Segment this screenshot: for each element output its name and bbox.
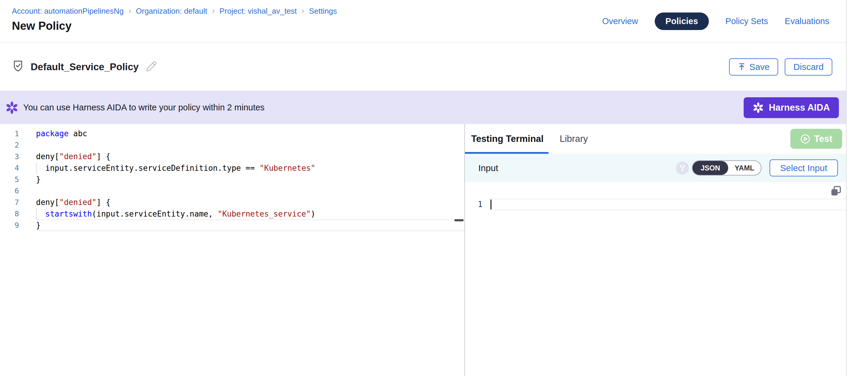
code-line[interactable]: 3deny["denied"] { xyxy=(0,151,464,162)
input-line-number: 1 xyxy=(465,199,483,210)
aida-button-label: Harness AIDA xyxy=(769,102,830,113)
input-section-header: Input JSONYAML Select Input xyxy=(465,154,846,182)
policy-code-editor[interactable]: 1package abc23deny["denied"] {4 input.se… xyxy=(0,124,464,376)
select-input-label: Select Input xyxy=(780,163,827,173)
aida-button-flower-icon xyxy=(752,102,764,113)
terminal-tab-testing-terminal[interactable]: Testing Terminal xyxy=(471,133,544,144)
breadcrumb-separator: › xyxy=(128,6,131,15)
line-number: 5 xyxy=(0,175,19,184)
shield-check-icon xyxy=(12,60,24,73)
line-number: 2 xyxy=(0,141,19,149)
input-line-content[interactable] xyxy=(490,199,846,210)
aida-flower-icon xyxy=(5,101,19,114)
code-line[interactable]: 4 input.serviceEntity.serviceDefinition.… xyxy=(0,162,464,174)
breadcrumb-item[interactable]: Organization: default xyxy=(136,6,207,16)
code-line[interactable]: 2 xyxy=(0,139,464,151)
code-line[interactable]: 7deny["denied"] { xyxy=(0,197,464,208)
input-section-title: Input xyxy=(478,163,498,173)
page-header: Account: automationPipelinesNg›Organizat… xyxy=(0,0,846,43)
terminal-tab-library[interactable]: Library xyxy=(560,133,588,144)
line-number: 8 xyxy=(0,210,19,218)
code-content: package abc xyxy=(36,128,464,139)
policy-bar: Default_Service_Policy Save Discard xyxy=(0,43,846,91)
test-input-editor[interactable]: 1 xyxy=(465,182,846,376)
code-content: } xyxy=(36,220,464,231)
code-line[interactable]: 5} xyxy=(0,174,464,185)
main-content: 1package abc23deny["denied"] {4 input.se… xyxy=(0,124,846,376)
tab-overview[interactable]: Overview xyxy=(602,17,638,26)
play-circle-icon xyxy=(800,134,810,144)
code-content: startswith(input.serviceEntity.name, "Ku… xyxy=(36,208,464,220)
tab-policy-sets[interactable]: Policy Sets xyxy=(725,17,768,26)
discard-button-label: Discard xyxy=(793,62,824,72)
upload-icon xyxy=(738,62,746,71)
input-editor-line[interactable]: 1 xyxy=(465,199,846,210)
code-lines: 1package abc23deny["denied"] {4 input.se… xyxy=(0,128,464,231)
policy-name: Default_Service_Policy xyxy=(31,61,138,72)
aida-banner-message: You can use Harness AIDA to write your p… xyxy=(23,103,265,113)
breadcrumb-item[interactable]: Account: automationPipelinesNg xyxy=(12,6,124,16)
code-content: } xyxy=(36,174,464,185)
format-toggle: JSONYAML xyxy=(692,160,761,176)
edit-pencil-icon[interactable] xyxy=(145,60,158,74)
code-line[interactable]: 6 xyxy=(0,185,464,197)
active-tab-underline xyxy=(465,152,549,154)
line-number: 6 xyxy=(0,187,19,195)
code-content: deny["denied"] { xyxy=(36,151,464,162)
format-option-yaml[interactable]: YAML xyxy=(728,161,761,175)
save-button[interactable]: Save xyxy=(729,58,778,75)
app-window: Account: automationPipelinesNg›Organizat… xyxy=(0,0,846,376)
breadcrumb-separator: › xyxy=(302,6,304,15)
code-line[interactable]: 1package abc xyxy=(0,128,464,139)
text-cursor xyxy=(491,199,491,210)
breadcrumb-item[interactable]: Project: vishal_av_test xyxy=(220,6,297,16)
discard-button[interactable]: Discard xyxy=(785,58,832,75)
format-option-json[interactable]: JSON xyxy=(692,161,728,175)
test-button-label: Test xyxy=(814,133,832,144)
code-line[interactable]: 8 startswith(input.serviceEntity.name, "… xyxy=(0,208,464,220)
tab-policies[interactable]: Policies xyxy=(655,12,709,30)
git-fork-icon xyxy=(676,161,689,175)
code-content xyxy=(36,185,464,197)
terminal-tabs: Testing TerminalLibrary Test xyxy=(465,124,846,154)
harness-aida-button[interactable]: Harness AIDA xyxy=(744,97,839,118)
test-button[interactable]: Test xyxy=(790,129,842,149)
input-bar-controls: JSONYAML Select Input xyxy=(676,159,838,177)
select-input-button[interactable]: Select Input xyxy=(770,159,838,177)
copy-icon[interactable] xyxy=(830,185,842,198)
testing-terminal-panel: Testing TerminalLibrary Test Input xyxy=(465,124,846,376)
line-number: 1 xyxy=(0,129,19,138)
line-number: 3 xyxy=(0,152,19,161)
tab-evaluations[interactable]: Evaluations xyxy=(785,17,829,26)
breadcrumb-separator: › xyxy=(212,6,215,15)
line-number: 9 xyxy=(0,221,19,230)
aida-banner: You can use Harness AIDA to write your p… xyxy=(0,91,846,124)
code-content: deny["denied"] { xyxy=(36,197,464,208)
line-number: 4 xyxy=(0,164,19,172)
code-content: input.serviceEntity.serviceDefinition.ty… xyxy=(36,162,464,174)
code-content xyxy=(36,139,464,151)
breadcrumb-item[interactable]: Settings xyxy=(309,6,337,16)
save-button-label: Save xyxy=(749,62,770,72)
overview-ruler-cursor-mark xyxy=(455,219,463,221)
header-tabs: OverviewPoliciesPolicy SetsEvaluations xyxy=(602,12,829,30)
code-line[interactable]: 9} xyxy=(0,220,464,231)
line-number: 7 xyxy=(0,198,19,207)
